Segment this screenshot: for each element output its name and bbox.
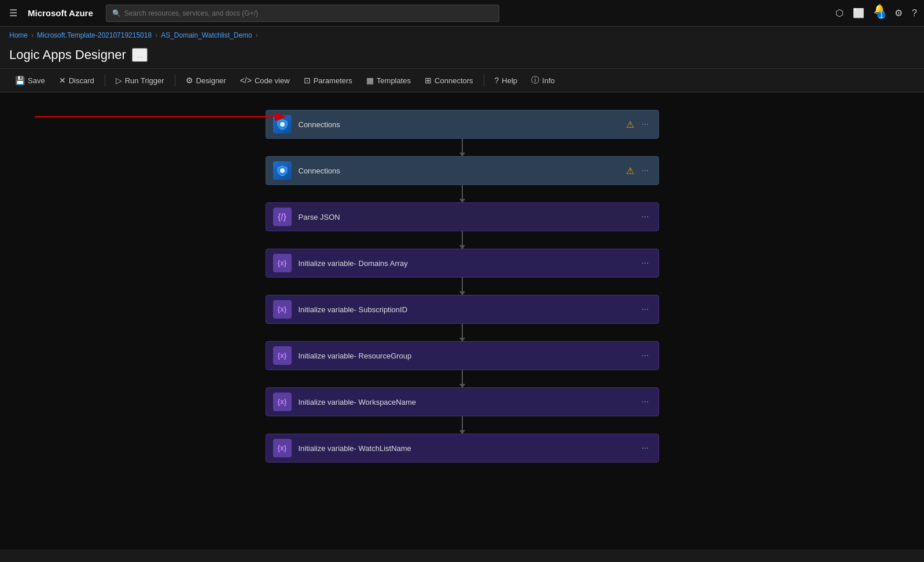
more-options-1[interactable]: ···: [639, 117, 651, 132]
connector-3: [462, 231, 463, 249]
node-init-domains[interactable]: {x} Initialize variable- Domains Array ·…: [266, 249, 659, 278]
node-parse-json[interactable]: {/} Parse JSON ···: [266, 202, 659, 231]
shield-icon-2: [273, 161, 292, 180]
node-connections-2[interactable]: Connections ⚠ ···: [266, 156, 659, 185]
search-bar: 🔍: [106, 5, 499, 22]
node-label-init-resourcegroup: Initialize variable- ResourceGroup: [299, 352, 639, 360]
top-right-icons: ⬡ ⬜ 🔔 1 ⚙ ?: [835, 3, 917, 23]
node-label-init-workspacename: Initialize variable- WorkspaceName: [299, 398, 639, 406]
more-options-3[interactable]: ···: [639, 209, 651, 224]
flow-container: Connections ⚠ ··· Connections ⚠ ··· {/} …: [266, 110, 659, 463]
notifications-icon[interactable]: 🔔 1: [874, 3, 885, 23]
connector-6: [462, 370, 463, 387]
parameters-button[interactable]: ⊡ Parameters: [298, 72, 358, 89]
parameters-label: Parameters: [314, 76, 352, 85]
code-view-label: Code view: [255, 76, 290, 85]
templates-button[interactable]: ▦ Templates: [360, 72, 417, 89]
more-options-5[interactable]: ···: [639, 302, 651, 317]
notification-count: 1: [877, 11, 885, 19]
more-options-7[interactable]: ···: [639, 394, 651, 409]
breadcrumb-sep-2: ›: [155, 31, 157, 39]
node-label-init-subscriptionid: Initialize variable- SubscriptionID: [299, 305, 639, 314]
connector-2: [462, 185, 463, 202]
designer-button[interactable]: ⚙ Designer: [180, 72, 232, 89]
cloud-shell-icon[interactable]: ⬡: [835, 8, 844, 19]
node-label-connections-1: Connections: [299, 120, 627, 129]
node-init-workspacename[interactable]: {x} Initialize variable- WorkspaceName ·…: [266, 387, 659, 416]
variable-icon-2: {x}: [273, 300, 292, 319]
top-bar: ☰ Microsoft Azure 🔍 ⬡ ⬜ 🔔 1 ⚙ ?: [0, 0, 924, 27]
svg-point-3: [280, 168, 285, 173]
connector-1: [462, 139, 463, 156]
variable-icon-4: {x}: [273, 393, 292, 411]
toolbar-divider-3: [484, 75, 484, 86]
save-label: Save: [28, 76, 45, 85]
info-btn-icon: ⓘ: [531, 75, 539, 86]
connectors-button[interactable]: ⊞ Connectors: [419, 72, 478, 89]
variable-icon-1: {x}: [273, 254, 292, 272]
variable-icon-5: {x}: [273, 439, 292, 457]
connector-4: [462, 278, 463, 295]
page-title: Logic Apps Designer: [9, 47, 126, 62]
designer-label: Designer: [196, 76, 226, 85]
save-button[interactable]: 💾 Save: [9, 72, 51, 89]
info-label: Info: [542, 76, 555, 85]
parameters-icon: ⊡: [304, 76, 311, 85]
help-icon[interactable]: ?: [912, 8, 917, 19]
more-options-4[interactable]: ···: [639, 256, 651, 271]
templates-label: Templates: [377, 76, 411, 85]
warning-icon-2: ⚠: [626, 165, 634, 176]
help-btn-icon: ?: [495, 76, 499, 85]
more-options-2[interactable]: ···: [639, 163, 651, 178]
help-button[interactable]: ? Help: [489, 72, 524, 89]
designer-icon: ⚙: [186, 76, 193, 85]
node-label-init-watchlistname: Initialize variable- WatchListName: [299, 444, 639, 453]
more-options-6[interactable]: ···: [639, 348, 651, 363]
node-label-parse-json: Parse JSON: [299, 213, 639, 221]
connector-7: [462, 416, 463, 434]
settings-icon[interactable]: ⚙: [894, 8, 903, 19]
breadcrumb-template[interactable]: Microsoft.Template-20210719215018: [37, 31, 152, 39]
toolbar-divider-1: [105, 75, 105, 86]
svg-point-2: [280, 122, 285, 127]
connectors-label: Connectors: [435, 76, 473, 85]
toolbar-divider-2: [175, 75, 175, 86]
page-options-button[interactable]: ...: [132, 48, 148, 62]
node-connections-1[interactable]: Connections ⚠ ···: [266, 110, 659, 139]
more-options-8[interactable]: ···: [639, 441, 651, 456]
discard-button[interactable]: ✕ Discard: [53, 72, 100, 89]
shield-icon-1: [273, 115, 292, 134]
connectors-icon: ⊞: [425, 76, 432, 85]
breadcrumb-sep-1: ›: [31, 31, 34, 39]
templates-icon: ▦: [366, 76, 374, 85]
feedback-icon[interactable]: ⬜: [853, 8, 864, 19]
node-label-init-domains: Initialize variable- Domains Array: [299, 259, 639, 268]
designer-canvas: Connections ⚠ ··· Connections ⚠ ··· {/} …: [0, 93, 924, 549]
node-init-subscriptionid[interactable]: {x} Initialize variable- SubscriptionID …: [266, 295, 659, 324]
run-trigger-button[interactable]: ▷ Run Trigger: [110, 72, 170, 89]
node-init-watchlistname[interactable]: {x} Initialize variable- WatchListName ·…: [266, 434, 659, 463]
breadcrumb-home[interactable]: Home: [9, 31, 28, 39]
arrow-annotation: [0, 99, 307, 134]
info-button[interactable]: ⓘ Info: [525, 72, 561, 89]
code-view-button[interactable]: </> Code view: [234, 72, 296, 89]
breadcrumb-app[interactable]: AS_Domain_Watchlist_Demo: [161, 31, 252, 39]
discard-icon: ✕: [59, 76, 66, 85]
discard-label: Discard: [69, 76, 94, 85]
page-header: Logic Apps Designer ...: [0, 44, 924, 68]
warning-icon-1: ⚠: [626, 119, 634, 130]
variable-icon-3: {x}: [273, 346, 292, 365]
toolbar: 💾 Save ✕ Discard ▷ Run Trigger ⚙ Designe…: [0, 68, 924, 93]
search-icon: 🔍: [112, 9, 121, 17]
run-trigger-label: Run Trigger: [125, 76, 164, 85]
app-name: Microsoft Azure: [28, 8, 93, 18]
node-label-connections-2: Connections: [299, 167, 627, 175]
node-init-resourcegroup[interactable]: {x} Initialize variable- ResourceGroup ·…: [266, 341, 659, 370]
code-view-icon: </>: [240, 76, 252, 85]
hamburger-menu[interactable]: ☰: [7, 5, 20, 21]
connector-5: [462, 324, 463, 341]
search-input[interactable]: [124, 9, 493, 17]
save-icon: 💾: [15, 76, 25, 85]
run-trigger-icon: ▷: [116, 76, 122, 85]
breadcrumb: Home › Microsoft.Template-20210719215018…: [0, 27, 924, 44]
